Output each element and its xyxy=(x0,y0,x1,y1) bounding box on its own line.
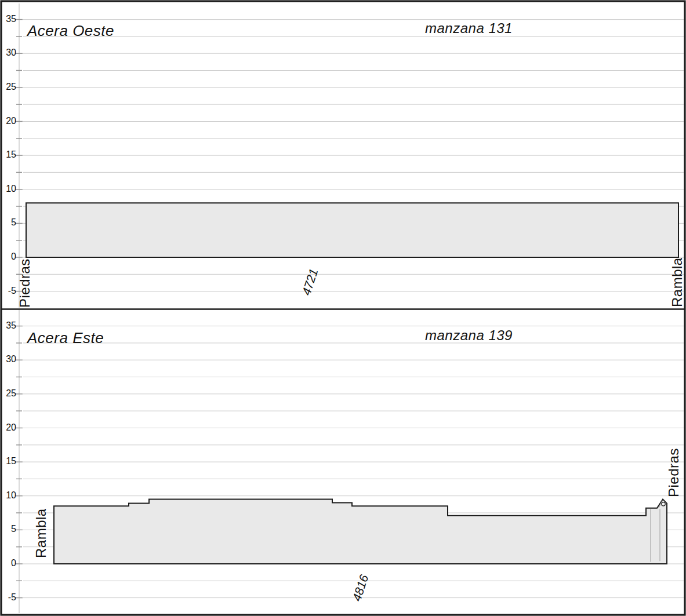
y-axis-tick-label: 5 xyxy=(1,217,16,228)
y-axis-tick-label: 5 xyxy=(1,524,16,534)
y-axis-tick-label: -5 xyxy=(1,592,16,603)
y-axis-tick-label: 25 xyxy=(1,388,16,399)
block-label-bottom: manzana 139 xyxy=(425,329,513,342)
facade-profile xyxy=(26,203,678,257)
facade-profile xyxy=(54,500,667,564)
y-axis-tick-label: 35 xyxy=(1,320,16,331)
y-axis-tick-label: 0 xyxy=(1,558,16,568)
y-axis-tick-label: -5 xyxy=(1,286,16,296)
y-axis-tick-label: 35 xyxy=(1,14,16,24)
y-axis-tick-label: 20 xyxy=(1,422,16,433)
street-label-bottom-right: Piedras xyxy=(667,448,681,497)
y-axis-tick-label: 10 xyxy=(1,490,16,501)
chart-canvas xyxy=(0,0,686,616)
y-axis-tick-label: 10 xyxy=(1,184,16,194)
street-label-top-left: Piedras xyxy=(18,258,32,308)
facade-profile-figure: Acera Oeste manzana 131 Piedras Rambla 4… xyxy=(0,0,686,616)
y-axis-tick-label: 15 xyxy=(1,456,16,466)
panel-title-bottom: Acera Este xyxy=(27,330,104,345)
y-axis-tick-label: 30 xyxy=(1,354,16,365)
y-axis-tick-label: 20 xyxy=(1,116,16,126)
street-label-bottom-left: Rambla xyxy=(34,508,48,558)
panel-title-top: Acera Oeste xyxy=(27,23,114,38)
street-label-top-right: Rambla xyxy=(670,257,684,307)
y-axis-tick-label: 30 xyxy=(1,48,16,58)
y-axis-tick-label: 25 xyxy=(1,82,16,92)
peak-ring-detail xyxy=(662,502,665,506)
block-label-top: manzana 131 xyxy=(425,21,513,35)
y-axis-tick-label: 0 xyxy=(1,251,16,262)
y-axis-tick-label: 15 xyxy=(1,150,16,160)
